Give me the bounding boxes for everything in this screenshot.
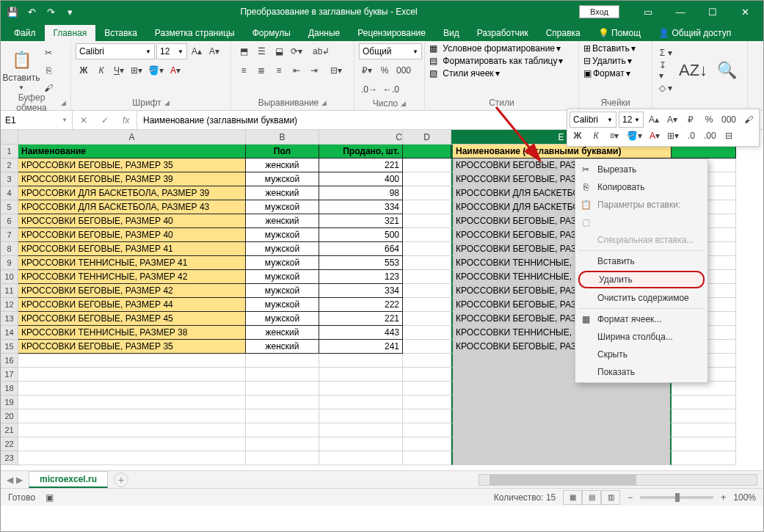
mini-font-color[interactable]: A▾ [647, 128, 663, 144]
account-login-button[interactable]: Вход [579, 5, 619, 18]
italic-button[interactable]: К [93, 62, 109, 79]
zoom-level[interactable]: 100% [733, 492, 756, 503]
decrease-indent[interactable]: ⇤ [288, 62, 305, 79]
redo-button[interactable]: ↷ [42, 4, 59, 20]
mini-inc-dec[interactable]: .0 [683, 128, 699, 144]
row-header-23[interactable]: 23 [1, 451, 18, 465]
mini-align[interactable]: ≡▾ [606, 128, 622, 144]
cell[interactable]: КРОССОВКИ БЕГОВЫЕ, РАЗМЕР 35 [18, 340, 246, 354]
cell[interactable]: мужской [246, 172, 319, 186]
tab-data[interactable]: Данные [299, 25, 349, 41]
cell[interactable] [246, 409, 319, 423]
tab-formulas[interactable]: Формулы [244, 25, 299, 41]
cell[interactable] [403, 326, 451, 340]
cell[interactable] [403, 298, 451, 312]
cell[interactable]: 443 [319, 326, 403, 340]
cell[interactable]: 321 [319, 214, 403, 228]
cell[interactable] [403, 396, 451, 409]
cell[interactable] [246, 437, 319, 451]
cell[interactable] [403, 186, 451, 200]
cell[interactable]: КРОССОВКИ ДЛЯ БАСКЕТБОЛА, РАЗМЕР 39 [18, 186, 246, 200]
ctx-delete[interactable]: Удалить [578, 271, 705, 288]
tab-view[interactable]: Вид [434, 25, 468, 41]
cell[interactable] [319, 409, 403, 423]
cell[interactable] [403, 228, 451, 242]
row-header-20[interactable]: 20 [1, 409, 18, 423]
mini-bold[interactable]: Ж [570, 128, 586, 144]
cell[interactable]: 221 [319, 158, 403, 172]
cell[interactable]: женский [246, 186, 319, 200]
cell[interactable]: КРОССОВКИ БЕГОВЫЕ, РАЗМЕР 44 [18, 298, 246, 312]
row-header-8[interactable]: 8 [1, 242, 18, 256]
mini-percent[interactable]: % [701, 112, 717, 128]
fill-button[interactable]: ↧ ▾ [657, 62, 674, 79]
tab-home[interactable]: Главная [45, 25, 96, 41]
cell[interactable]: КРОССОВКИ БЕГОВЫЕ, РАЗМЕР 41 [18, 242, 246, 256]
merge-button[interactable]: ⊟▾ [328, 62, 344, 79]
cell[interactable]: мужской [246, 284, 319, 298]
cell[interactable]: 123 [319, 270, 403, 284]
align-dialog-launcher[interactable]: ◢ [321, 99, 327, 106]
decrease-font-button[interactable]: A▾ [206, 43, 222, 59]
cell[interactable] [403, 354, 451, 368]
delete-cells-button[interactable]: ⊟ Удалить ▾ [583, 56, 632, 66]
cell[interactable]: мужской [246, 298, 319, 312]
autosum-button[interactable]: Σ ▾ [657, 45, 674, 61]
row-header-5[interactable]: 5 [1, 200, 18, 214]
col-header-B[interactable]: B [246, 130, 319, 145]
cell[interactable] [403, 368, 451, 382]
tab-insert[interactable]: Вставка [95, 25, 146, 41]
cell[interactable] [18, 368, 246, 382]
cell[interactable]: мужской [246, 200, 319, 214]
row-header-7[interactable]: 7 [1, 228, 18, 242]
conditional-format-button[interactable]: ▦ Условное форматирование ▾ [429, 43, 561, 54]
cell[interactable] [403, 423, 451, 437]
qat-customize[interactable]: ▾ [61, 4, 79, 20]
cell[interactable] [403, 382, 451, 396]
cell[interactable] [451, 451, 672, 465]
cell[interactable] [246, 423, 319, 437]
align-center[interactable]: ≣ [253, 62, 269, 79]
row-header-22[interactable]: 22 [1, 437, 18, 451]
select-all-button[interactable] [1, 130, 18, 145]
zoom-in[interactable]: + [721, 492, 726, 503]
cell[interactable]: мужской [246, 270, 319, 284]
view-normal[interactable]: ▦ [563, 490, 582, 505]
cell[interactable] [403, 214, 451, 228]
cell[interactable]: КРОССОВКИ БЕГОВЫЕ, РАЗМЕР 45 [18, 312, 246, 326]
sheet-nav-prev[interactable]: ◀ [7, 475, 13, 485]
mini-size-select[interactable]: 12▼ [619, 112, 644, 128]
sort-filter-button[interactable]: AZ↓ [677, 59, 708, 81]
row-header-21[interactable]: 21 [1, 423, 18, 437]
mini-italic[interactable]: К [588, 128, 604, 144]
cell[interactable]: женский [246, 158, 319, 172]
cell[interactable] [672, 451, 736, 465]
paste-button[interactable]: 📋 Вставить ▼ [5, 49, 37, 91]
cell[interactable] [246, 451, 319, 465]
cell[interactable]: КРОССОВКИ ТЕННИСНЫЕ, РАЗМЕР 42 [18, 270, 246, 284]
cell[interactable] [246, 368, 319, 382]
cell[interactable]: Наименование [18, 145, 246, 158]
cell[interactable]: женский [246, 214, 319, 228]
cell[interactable]: 664 [319, 242, 403, 256]
mini-borders[interactable]: ⊞▾ [665, 128, 681, 144]
row-header-16[interactable]: 16 [1, 354, 18, 368]
orientation-button[interactable]: ⟳▾ [288, 43, 305, 59]
row-header-13[interactable]: 13 [1, 312, 18, 326]
tab-help[interactable]: Справка [537, 25, 589, 41]
cell[interactable]: 241 [319, 340, 403, 354]
ctx-format-cells[interactable]: ▦Формат ячеек... [575, 310, 707, 328]
cell[interactable] [18, 354, 246, 368]
tell-me[interactable]: 💡 Помощ [589, 25, 650, 41]
align-middle[interactable]: ☰ [253, 43, 269, 59]
cell[interactable]: 98 [319, 186, 403, 200]
font-color-button[interactable]: A▾ [167, 62, 183, 79]
cell[interactable]: 334 [319, 200, 403, 214]
cell[interactable] [319, 396, 403, 409]
zoom-slider[interactable] [640, 496, 713, 499]
cell[interactable] [672, 382, 736, 396]
macro-recorder-icon[interactable]: ▣ [46, 492, 54, 503]
cell[interactable] [403, 242, 451, 256]
tab-review[interactable]: Рецензирование [349, 25, 434, 41]
enter-formula-icon[interactable]: ✓ [101, 115, 109, 125]
